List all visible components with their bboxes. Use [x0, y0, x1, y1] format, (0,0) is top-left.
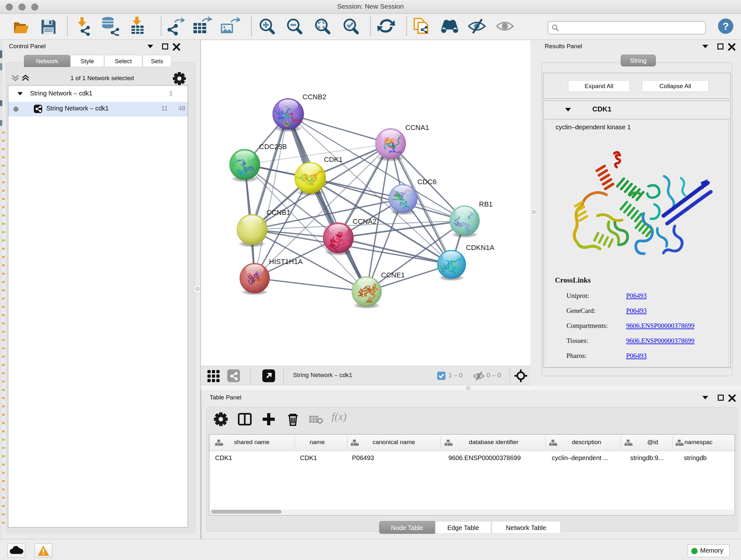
svg-text:CDKN1A: CDKN1A [466, 244, 495, 252]
svg-text:CCNB1: CCNB1 [266, 208, 290, 216]
svg-text:CCNA1: CCNA1 [405, 124, 429, 132]
svg-text:HIST1H1A: HIST1H1A [269, 258, 302, 266]
svg-text:CCNB2: CCNB2 [302, 93, 327, 101]
svg-text:CDK1: CDK1 [324, 155, 343, 164]
svg-text:CDC25B: CDC25B [259, 143, 287, 151]
svg-text:CCNA2: CCNA2 [353, 217, 377, 226]
svg-text:CCNE1: CCNE1 [381, 271, 405, 279]
svg-text:CDC6: CDC6 [417, 178, 436, 186]
svg-text:RB1: RB1 [479, 200, 493, 208]
